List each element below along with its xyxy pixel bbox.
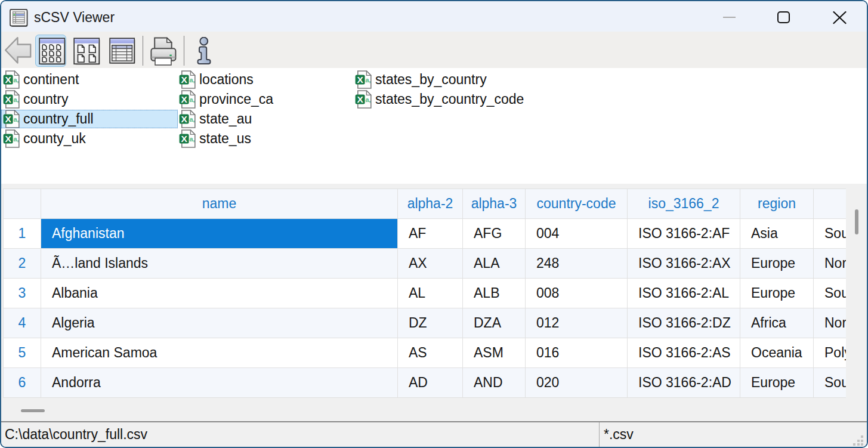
svg-text:X: X: [357, 75, 363, 85]
svg-text:X: X: [5, 134, 11, 144]
svg-text:X: X: [357, 94, 363, 104]
svg-text:a,: a,: [189, 96, 194, 103]
svg-text:X: X: [5, 75, 11, 85]
svg-text:X: X: [5, 94, 11, 104]
svg-text:a,: a,: [13, 96, 18, 103]
svg-text:a,: a,: [365, 76, 370, 84]
svg-text:X: X: [181, 114, 187, 124]
svg-text:X: X: [5, 114, 11, 124]
svg-text:X: X: [181, 94, 187, 104]
svg-text:X: X: [181, 75, 187, 85]
svg-text:a,: a,: [365, 96, 370, 103]
svg-text:a,: a,: [13, 116, 18, 123]
svg-text:a,: a,: [13, 76, 18, 84]
svg-text:a,: a,: [189, 116, 194, 123]
svg-text:a,: a,: [189, 76, 194, 84]
svg-text:a,: a,: [189, 135, 194, 143]
svg-text:a,: a,: [13, 135, 18, 143]
svg-text:X: X: [181, 134, 187, 144]
